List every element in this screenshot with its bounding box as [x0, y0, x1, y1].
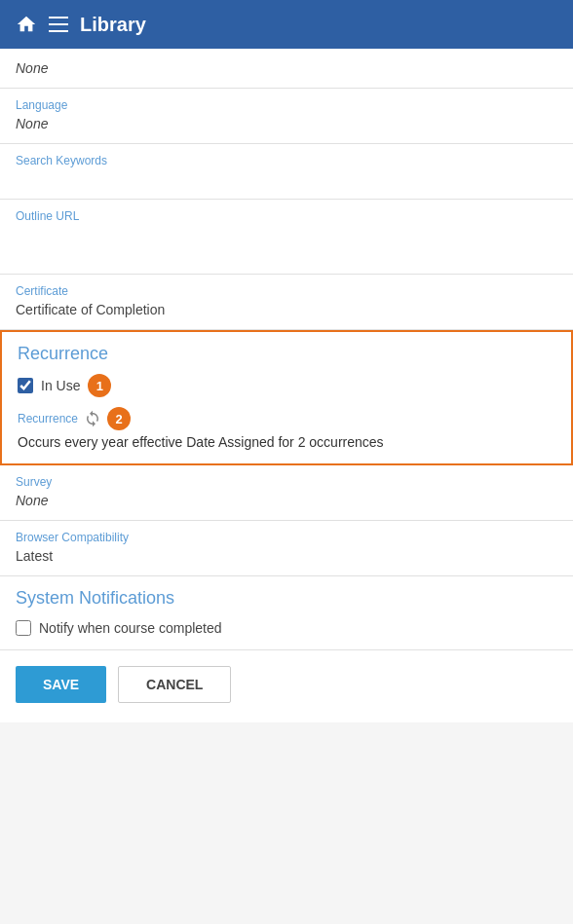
page-title: Library: [80, 14, 146, 36]
in-use-checkbox[interactable]: [18, 378, 33, 393]
first-none-value: None: [16, 58, 557, 80]
browser-compatibility-label: Browser Compatibility: [16, 531, 557, 544]
badge-2: 2: [107, 407, 131, 430]
menu-icon[interactable]: [49, 17, 68, 32]
search-keywords-field: Search Keywords: [0, 144, 573, 200]
first-none-field: None: [0, 49, 573, 89]
in-use-label: In Use: [41, 378, 80, 393]
recurrence-label-row: Recurrence 2: [18, 407, 555, 430]
outline-url-field: Outline URL: [0, 200, 573, 275]
recurrence-section: Recurrence In Use 1 Recurrence 2 Occurs …: [0, 330, 573, 465]
save-button[interactable]: SAVE: [16, 666, 106, 703]
cancel-button[interactable]: CANCEL: [118, 666, 231, 703]
survey-value: None: [16, 491, 557, 512]
notify-checkbox[interactable]: [16, 620, 31, 636]
certificate-field: Certificate Certificate of Completion: [0, 275, 573, 330]
in-use-row: In Use 1: [18, 374, 555, 397]
notify-row: Notify when course completed: [0, 614, 573, 649]
recurrence-title: Recurrence: [18, 344, 555, 364]
app-header: Library: [0, 0, 573, 49]
recurrence-description: Occurs every year effective Date Assigne…: [18, 434, 555, 450]
system-notifications-section: System Notifications Notify when course …: [0, 576, 573, 649]
browser-compatibility-value: Latest: [16, 546, 557, 568]
outline-url-label: Outline URL: [16, 209, 557, 223]
survey-field: Survey None: [0, 465, 573, 521]
language-value: None: [16, 114, 557, 135]
recurrence-icon: [84, 410, 101, 427]
page-content: None Language None Search Keywords Outli…: [0, 49, 573, 722]
button-row: SAVE CANCEL: [0, 649, 573, 722]
certificate-label: Certificate: [16, 284, 557, 298]
language-label: Language: [16, 98, 557, 112]
badge-1: 1: [88, 374, 111, 397]
language-field: Language None: [0, 89, 573, 144]
search-keywords-label: Search Keywords: [16, 154, 557, 167]
notify-label: Notify when course completed: [39, 620, 222, 636]
system-notifications-title: System Notifications: [0, 576, 573, 614]
browser-compatibility-field: Browser Compatibility Latest: [0, 521, 573, 576]
home-icon[interactable]: [16, 14, 37, 35]
survey-label: Survey: [16, 475, 557, 489]
recurrence-sub-label: Recurrence: [18, 412, 78, 425]
certificate-value: Certificate of Completion: [16, 300, 557, 321]
